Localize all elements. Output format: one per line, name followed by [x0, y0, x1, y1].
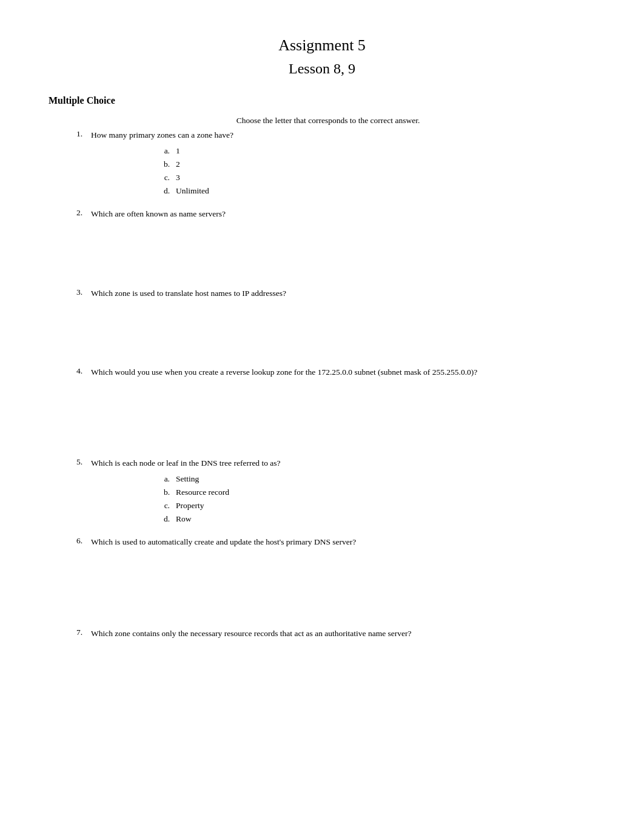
choice-text-5b: Resource record [176, 488, 229, 497]
question-number-4: 4. [61, 366, 91, 378]
choice-1a: a. 1 [158, 146, 595, 156]
question-text-2: Which are often known as name servers? [91, 208, 595, 220]
question-number-7: 7. [61, 628, 91, 640]
choice-letter-1c: c. [158, 173, 176, 183]
question-item-2: 2. Which are often known as name servers… [61, 208, 595, 220]
question-item-7: 7. Which zone contains only the necessar… [61, 628, 595, 640]
instructions-text: Choose the letter that corresponds to th… [61, 116, 595, 126]
question-number-3: 3. [61, 287, 91, 300]
question-item-1: 1. How many primary zones can a zone hav… [61, 129, 595, 141]
answer-choices-5: a. Setting b. Resource record c. Propert… [158, 474, 595, 524]
choice-1c: c. 3 [158, 173, 595, 183]
lesson-title: Lesson 8, 9 [49, 61, 595, 77]
question-text-7: Which zone contains only the necessary r… [91, 628, 595, 640]
choice-letter-5b: b. [158, 488, 176, 497]
choice-1b: b. 2 [158, 159, 595, 169]
question-item-5: 5. Which is each node or leaf in the DNS… [61, 457, 595, 469]
section-title: Multiple Choice [49, 95, 595, 106]
question-block-1: 1. How many primary zones can a zone hav… [61, 129, 595, 196]
question-block-2: 2. Which are often known as name servers… [61, 208, 595, 220]
choice-text-1d: Unlimited [176, 186, 209, 196]
choice-letter-5a: a. [158, 474, 176, 484]
question-number-2: 2. [61, 208, 91, 220]
answer-choices-1: a. 1 b. 2 c. 3 d. Unlimited [158, 146, 595, 196]
choice-5a: a. Setting [158, 474, 595, 484]
question-block-3: 3. Which zone is used to translate host … [61, 287, 595, 300]
assignment-title: Assignment 5 [49, 36, 595, 55]
question-number-5: 5. [61, 457, 91, 469]
question-block-6: 6. Which is used to automatically create… [61, 536, 595, 548]
question-item-6: 6. Which is used to automatically create… [61, 536, 595, 548]
question-text-3: Which zone is used to translate host nam… [91, 287, 595, 300]
question-block-4: 4. Which would you use when you create a… [61, 366, 595, 378]
choice-text-5d: Row [176, 514, 192, 524]
questions-container: Choose the letter that corresponds to th… [61, 116, 595, 640]
question-text-1: How many primary zones can a zone have? [91, 129, 595, 141]
question-block-7: 7. Which zone contains only the necessar… [61, 628, 595, 640]
choice-text-1a: 1 [176, 146, 180, 156]
choice-5c: c. Property [158, 501, 595, 511]
question-block-5: 5. Which is each node or leaf in the DNS… [61, 457, 595, 524]
question-number-6: 6. [61, 536, 91, 548]
choice-letter-5d: d. [158, 514, 176, 524]
choice-5d: d. Row [158, 514, 595, 524]
choice-text-5a: Setting [176, 474, 199, 484]
question-text-5: Which is each node or leaf in the DNS tr… [91, 457, 595, 469]
question-number-1: 1. [61, 129, 91, 141]
choice-letter-1b: b. [158, 159, 176, 169]
choice-text-5c: Property [176, 501, 204, 511]
choice-text-1b: 2 [176, 159, 180, 169]
question-item-3: 3. Which zone is used to translate host … [61, 287, 595, 300]
question-text-4: Which would you use when you create a re… [91, 366, 595, 378]
page-header: Assignment 5 Lesson 8, 9 [49, 36, 595, 77]
choice-letter-5c: c. [158, 501, 176, 511]
choice-letter-1a: a. [158, 146, 176, 156]
choice-text-1c: 3 [176, 173, 180, 183]
choice-5b: b. Resource record [158, 488, 595, 497]
question-item-4: 4. Which would you use when you create a… [61, 366, 595, 378]
question-text-6: Which is used to automatically create an… [91, 536, 595, 548]
choice-1d: d. Unlimited [158, 186, 595, 196]
choice-letter-1d: d. [158, 186, 176, 196]
